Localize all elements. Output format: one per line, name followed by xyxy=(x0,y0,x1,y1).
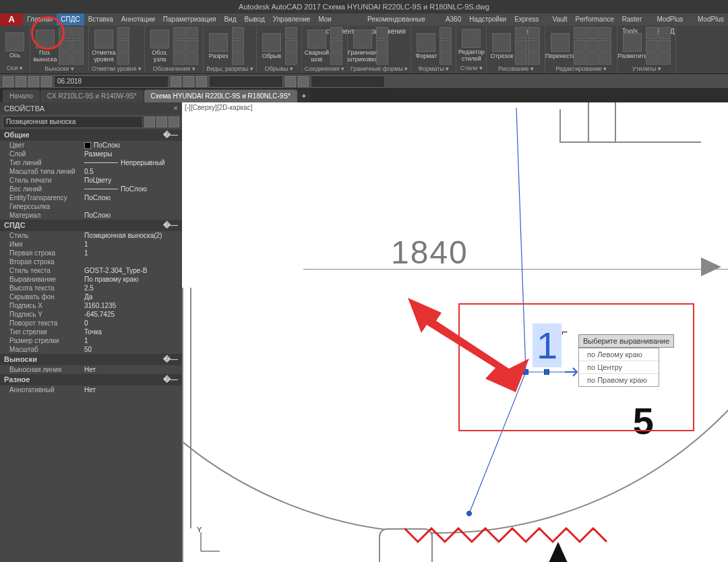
menu-item[interactable]: Express Tools xyxy=(510,13,548,26)
property-row[interactable]: Выносная линияНет xyxy=(0,365,182,374)
ribbon-small-button[interactable] xyxy=(173,53,185,65)
ribbon-small-button[interactable] xyxy=(439,53,452,65)
ribbon-small-button[interactable] xyxy=(330,40,342,52)
property-value[interactable]: 1 xyxy=(84,337,182,344)
property-value[interactable]: GOST-2.304_Type-B xyxy=(84,267,182,274)
toolbar-combo[interactable] xyxy=(209,75,283,88)
doc-tab[interactable]: CX R210LC-9S и R140W-9S* xyxy=(40,90,144,102)
panel-title[interactable]: Стили ▾ xyxy=(459,64,483,72)
property-row[interactable]: Тип линийНепрерывный xyxy=(0,158,182,167)
property-value[interactable]: ПоСлою xyxy=(84,194,182,201)
menu-item[interactable]: Raster Tools xyxy=(618,13,653,26)
ribbon-button[interactable]: Перенести xyxy=(548,33,572,59)
ribbon-small-button[interactable] xyxy=(659,40,671,52)
ribbon-small-button[interactable] xyxy=(599,40,611,52)
ribbon-small-button[interactable] xyxy=(586,40,599,52)
layer-combo[interactable]: 06.2018 xyxy=(54,75,169,88)
ribbon-small-button[interactable] xyxy=(71,53,84,65)
property-row[interactable]: Подпись Y-645.7425 xyxy=(0,310,182,319)
property-value[interactable]: Размеры xyxy=(84,150,182,158)
property-row[interactable]: Высота текста2.5 xyxy=(0,284,182,292)
object-type-combo[interactable]: Позиционная выноска xyxy=(3,116,143,128)
ribbon-small-button[interactable] xyxy=(186,27,198,39)
ribbon-small-button[interactable] xyxy=(528,40,540,52)
ribbon-small-button[interactable] xyxy=(439,27,452,39)
ribbon-small-button[interactable] xyxy=(285,27,297,39)
qat-icon[interactable] xyxy=(28,76,39,87)
panel-title[interactable]: Рисование ▾ xyxy=(489,65,542,73)
menu-item[interactable]: Вид xyxy=(220,13,240,26)
ribbon-button[interactable]: Отметка уровня xyxy=(92,30,116,63)
ribbon-small-button[interactable] xyxy=(117,40,129,52)
property-value[interactable] xyxy=(84,203,182,210)
ribbon-small-button[interactable] xyxy=(515,40,527,52)
qat-icon[interactable] xyxy=(183,76,194,87)
ribbon-small-button[interactable] xyxy=(528,27,540,39)
ribbon-small-button[interactable] xyxy=(586,53,599,65)
menu-item[interactable]: Рекомендованные приложения xyxy=(363,13,442,26)
ribbon-small-button[interactable] xyxy=(71,40,84,52)
ribbon-small-button[interactable] xyxy=(376,53,388,65)
property-row[interactable]: Гиперссылка xyxy=(0,202,182,211)
new-tab-button[interactable]: + xyxy=(298,90,310,102)
quick-select-icon[interactable] xyxy=(144,117,155,127)
ribbon-small-button[interactable] xyxy=(285,40,297,52)
ribbon-small-button[interactable] xyxy=(528,53,540,65)
props-section-header[interactable]: СПДС�— xyxy=(0,220,182,231)
ribbon-button[interactable]: Редактор стилей xyxy=(459,29,483,62)
app-logo[interactable]: A xyxy=(0,13,23,26)
property-row[interactable]: Стиль текстаGOST-2.304_Type-B xyxy=(0,266,182,275)
menu-item[interactable]: Вставка xyxy=(84,13,117,26)
panel-title[interactable]: Оси ▾ xyxy=(3,64,27,72)
property-value[interactable]: 0 xyxy=(84,319,182,327)
property-value[interactable]: 0.5 xyxy=(84,168,182,175)
ribbon-small-button[interactable] xyxy=(439,40,452,52)
ribbon-small-button[interactable] xyxy=(659,27,671,39)
menu-item[interactable]: Вывод xyxy=(241,13,269,26)
doc-tab[interactable]: Схема HYUNDAI R220LC-9S и R180NLC-9S* xyxy=(144,90,297,102)
ribbon-small-button[interactable] xyxy=(232,53,244,65)
menu-item[interactable]: ModPlus ЕСКД xyxy=(653,13,694,26)
ribbon-small-button[interactable] xyxy=(59,53,71,65)
panel-title[interactable]: Соединения ▾ xyxy=(305,65,344,73)
property-value[interactable]: 1 xyxy=(84,241,182,248)
property-row[interactable]: EntityTransparencyПоСлою xyxy=(0,193,182,202)
panel-title[interactable]: Отметки уровня ▾ xyxy=(92,65,142,73)
ribbon-small-button[interactable] xyxy=(659,53,671,65)
panel-title[interactable]: Выноски ▾ xyxy=(33,65,86,73)
property-row[interactable]: Имя1 xyxy=(0,240,182,249)
props-section-header[interactable]: Выноски�— xyxy=(0,354,182,365)
ribbon-button[interactable]: Разметить xyxy=(620,33,644,59)
menu-item[interactable]: Управление xyxy=(269,13,315,26)
ribbon-small-button[interactable] xyxy=(173,40,185,52)
property-row[interactable]: СтильПозиционная выноска(2) xyxy=(0,231,182,240)
property-value[interactable]: По правому краю xyxy=(84,276,182,283)
ribbon-button[interactable]: Обрыв xyxy=(260,33,284,59)
ribbon-small-button[interactable] xyxy=(599,27,611,39)
menu-item[interactable]: Vault xyxy=(548,13,571,26)
property-row[interactable]: Масштаб50 xyxy=(0,345,182,354)
property-value[interactable]: Нет xyxy=(84,386,182,394)
panel-title[interactable]: Утилиты ▾ xyxy=(620,65,673,73)
property-row[interactable]: ВыравниваниеПо правому краю xyxy=(0,275,182,284)
qat-icon[interactable] xyxy=(171,76,181,87)
ribbon-small-button[interactable] xyxy=(173,27,185,39)
ribbon-small-button[interactable] xyxy=(232,40,244,52)
property-row[interactable]: МатериалПоСлою xyxy=(0,211,182,220)
ribbon-small-button[interactable] xyxy=(186,40,198,52)
property-row[interactable]: Вторая строка xyxy=(0,257,182,266)
ribbon-small-button[interactable] xyxy=(376,27,388,39)
ribbon-small-button[interactable] xyxy=(71,27,84,39)
ribbon-small-button[interactable] xyxy=(117,27,129,39)
ribbon-small-button[interactable] xyxy=(376,40,388,52)
ribbon-small-button[interactable] xyxy=(646,53,658,65)
menu-item[interactable]: Параметризация xyxy=(159,13,220,26)
ribbon-small-button[interactable] xyxy=(646,40,658,52)
qat-icon[interactable] xyxy=(41,76,52,87)
property-row[interactable]: Скрывать фонДа xyxy=(0,292,182,301)
ribbon-small-button[interactable] xyxy=(515,53,527,65)
property-value[interactable]: Нет xyxy=(84,366,182,373)
panel-title[interactable]: Обрывы ▾ xyxy=(260,65,299,73)
property-row[interactable]: Размер стрелки1 xyxy=(0,336,182,345)
ribbon-small-button[interactable] xyxy=(232,27,244,39)
